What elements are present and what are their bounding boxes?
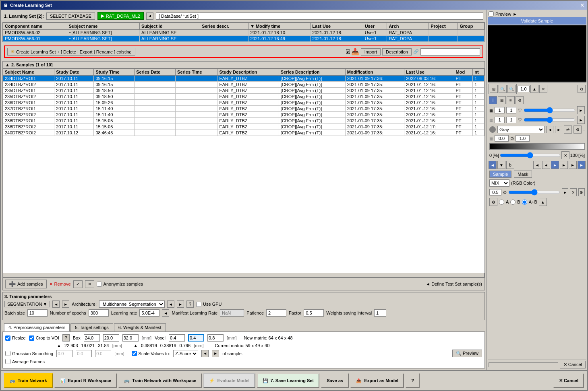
manifest-lr-input[interactable] bbox=[220, 309, 244, 317]
database-name-button[interactable]: ▶ RAT_DOPA_ML2 bbox=[97, 12, 144, 20]
color-next-button[interactable]: ► bbox=[555, 126, 562, 133]
layers-icon[interactable]: ≡ bbox=[507, 96, 515, 104]
table-row[interactable]: PMODSW-566-01 ~[AI LEARNING SET] AI LEAR… bbox=[3, 36, 484, 42]
col-mod[interactable]: Mod bbox=[454, 69, 473, 76]
voxel-z-input[interactable] bbox=[207, 334, 224, 342]
mix-x-button[interactable]: ✕ bbox=[570, 188, 576, 196]
resize-label[interactable]: Resize bbox=[5, 335, 26, 341]
slice2-input[interactable] bbox=[495, 117, 505, 123]
col-arch[interactable]: Arch bbox=[387, 23, 429, 30]
segmentation-button[interactable]: SEGMENTATION ▼ bbox=[4, 301, 50, 307]
validate-sample-button[interactable]: Validate Sample bbox=[488, 17, 586, 25]
nav-r7-button[interactable]: ► bbox=[578, 161, 586, 169]
scale-checkbox[interactable] bbox=[132, 351, 137, 356]
tab-preprocessing[interactable]: 4. Preprocessing parameters bbox=[4, 323, 70, 331]
preview-button[interactable]: 🔍 Preview bbox=[452, 350, 482, 357]
table-row[interactable]: 238DTBZ*ROI22017.10.1115:15:05EARLY_DTBZ… bbox=[3, 124, 484, 130]
box-y-input[interactable] bbox=[103, 334, 119, 342]
col-study-desc[interactable]: Study Description bbox=[217, 69, 279, 76]
gauss-z-input[interactable] bbox=[95, 350, 111, 357]
right-panel-icon1[interactable]: ⊞ bbox=[490, 85, 498, 93]
settings2-icon[interactable]: ⚙ bbox=[516, 96, 524, 104]
export-r-button[interactable]: 📊 Export R Workspace bbox=[54, 373, 117, 388]
color-flip-button[interactable]: ⇄ bbox=[564, 126, 572, 134]
right-panel-icon3[interactable]: 🔍 bbox=[507, 85, 516, 93]
gauss-y-input[interactable] bbox=[76, 350, 92, 357]
zoom-up-button[interactable]: ▲ bbox=[530, 85, 538, 93]
table-row[interactable]: 234DTBZ*ROI22017.10.1109:16:15EARLY_DTBZ… bbox=[3, 82, 484, 88]
use-gpu-checkbox[interactable] bbox=[196, 302, 201, 307]
nav-down-button[interactable]: ▼ bbox=[497, 161, 505, 169]
col-series-time[interactable]: Series Time bbox=[176, 69, 217, 76]
save-learning-set-button[interactable]: 💾 7. Save Learning Set bbox=[257, 373, 320, 388]
brightness-min-input[interactable] bbox=[495, 135, 509, 142]
lr-input[interactable] bbox=[139, 309, 159, 317]
x-button[interactable]: ✕ bbox=[85, 280, 94, 288]
col-series-descr[interactable]: Series descr. bbox=[200, 23, 248, 30]
batch-size-input[interactable]: 10 bbox=[27, 309, 48, 317]
mix-settings-button[interactable]: ⚙ bbox=[578, 188, 585, 196]
slice2-slider[interactable] bbox=[524, 117, 576, 123]
radio-b-label[interactable]: B bbox=[510, 200, 520, 205]
col-last-use[interactable]: Last Use bbox=[404, 69, 454, 76]
cancel-right-button[interactable]: ✕ Cancel bbox=[560, 361, 586, 368]
crop-help-button[interactable]: ? bbox=[62, 334, 70, 342]
table-row[interactable]: 237DTBZ*ROI12017.10.1115:11:40EARLY_DTBZ… bbox=[3, 106, 484, 112]
radio-settings-button[interactable]: ⚙ bbox=[489, 198, 497, 206]
mix-select[interactable]: MIX bbox=[489, 179, 509, 187]
mix-nav-button[interactable]: ► bbox=[562, 188, 568, 196]
help-button[interactable]: ? bbox=[406, 373, 420, 388]
box-x-input[interactable] bbox=[84, 334, 100, 342]
table-row[interactable]: 238DTBZ*ROI12017.10.1115:15:05EARLY_DTBZ… bbox=[3, 118, 484, 124]
color-prev-button[interactable]: ◄ bbox=[546, 126, 553, 133]
gauss-x-input[interactable] bbox=[56, 350, 72, 357]
scale-prev-button[interactable]: ◄ bbox=[201, 350, 209, 357]
nav-r2-button[interactable]: ◄ bbox=[533, 161, 541, 169]
col-study-date[interactable]: Study Date bbox=[54, 69, 94, 76]
col-nt[interactable]: nt bbox=[473, 69, 484, 76]
percent-x-button[interactable]: ✕ bbox=[561, 151, 569, 159]
seg-next-button[interactable]: ► bbox=[62, 300, 69, 308]
avg-frames-label[interactable]: Average Frames bbox=[5, 359, 45, 364]
table-row[interactable]: 235DTBZ*ROI22017.10.1109:18:50EARLY_DTBZ… bbox=[3, 94, 484, 100]
voxel-y-input[interactable] bbox=[188, 334, 204, 342]
crop-voi-checkbox[interactable] bbox=[29, 335, 34, 341]
horizontal-scrollbar[interactable] bbox=[3, 273, 484, 278]
scale-select[interactable]: Z-Score bbox=[173, 350, 198, 357]
description-input[interactable] bbox=[420, 48, 480, 56]
preview-checkbox[interactable] bbox=[489, 11, 494, 16]
radio-a[interactable] bbox=[499, 200, 504, 205]
right-panel-icon2[interactable]: 🔍 bbox=[499, 85, 507, 93]
slice1-slider[interactable] bbox=[524, 107, 576, 113]
slice1-max-input[interactable] bbox=[506, 107, 516, 113]
gaussian-label[interactable]: Gaussian Smoothing bbox=[5, 351, 53, 356]
table-row[interactable]: 237DTBZ*ROI22017.10.1115:11:40EARLY_DTBZ… bbox=[3, 112, 484, 118]
remove-button[interactable]: ✕ Remove bbox=[49, 282, 71, 287]
col-last-use[interactable]: Last Use bbox=[311, 23, 363, 30]
table-row[interactable]: 240DTBZ*ROI22017.10.1208:46:45EARLY_DTBZ… bbox=[3, 130, 484, 136]
sample-tab[interactable]: Sample bbox=[489, 171, 511, 178]
radio-a-label[interactable]: A bbox=[499, 200, 509, 205]
tab-target[interactable]: 5. Target settings bbox=[70, 323, 113, 331]
nav-prev-button[interactable]: ◄ bbox=[146, 12, 153, 20]
checkmark-button[interactable]: ✓ bbox=[73, 280, 83, 288]
radio-ab-label[interactable]: A+B bbox=[522, 200, 537, 205]
box-z-input[interactable] bbox=[122, 334, 139, 342]
factor-input[interactable] bbox=[304, 309, 324, 317]
col-series-date[interactable]: Series Date bbox=[135, 69, 176, 76]
col-series-desc[interactable]: Series Description bbox=[279, 69, 345, 76]
nav-b-button[interactable]: b bbox=[506, 161, 514, 169]
table-row[interactable]: PMODSW-566-02 ~[AI LEARNING SET] AI LEAR… bbox=[3, 30, 484, 36]
help-arch-button[interactable]: ? bbox=[186, 300, 194, 308]
select-database-button[interactable]: SELECT DATABASE bbox=[46, 12, 95, 20]
nav-r4-button[interactable]: ► bbox=[551, 161, 559, 169]
col-user[interactable]: User bbox=[363, 23, 387, 30]
evaluate-model-button[interactable]: ⚡ Evaluate Model bbox=[203, 373, 255, 388]
train-workspace-button[interactable]: 🚌 Train Network with Workspace bbox=[118, 373, 202, 388]
create-learning-set-button[interactable]: ✳ Create Learning Set + [ Delete | Expor… bbox=[7, 48, 135, 56]
info-icon[interactable]: i bbox=[489, 96, 497, 104]
table-row[interactable]: 236DTBZ*ROI12017.10.1115:09:26EARLY_DTBZ… bbox=[3, 100, 484, 106]
epochs-input[interactable] bbox=[89, 309, 109, 317]
resize-checkbox[interactable] bbox=[5, 335, 10, 341]
slice1-input[interactable] bbox=[495, 107, 505, 113]
